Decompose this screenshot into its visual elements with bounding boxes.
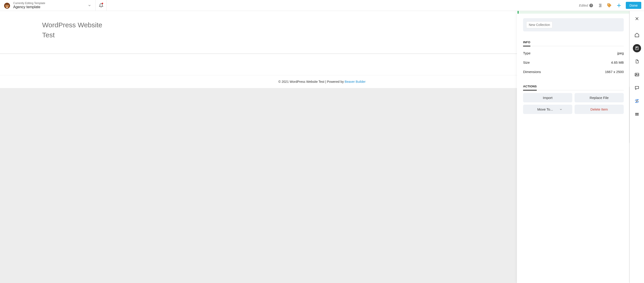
svg-point-4: [6, 5, 6, 5]
info-row-size: Size 4.65 MB: [523, 58, 624, 67]
svg-point-23: [636, 113, 637, 114]
delete-item-button[interactable]: Delete Item: [574, 105, 624, 114]
svg-point-25: [635, 115, 636, 115]
actions-section-header: ACTIONS: [523, 82, 537, 90]
move-to-button[interactable]: Move To...: [523, 105, 572, 114]
notifications-dot-icon: [102, 3, 103, 4]
svg-point-24: [638, 113, 638, 114]
editing-label: Currently Editing Template: [13, 1, 84, 5]
info-row-type: Type jpeg: [523, 48, 624, 58]
chat-icon[interactable]: [633, 84, 641, 92]
svg-point-22: [635, 113, 636, 114]
document-icon[interactable]: [633, 57, 641, 65]
collection-chip[interactable]: New Collection: [526, 21, 552, 28]
topbar-title-block: Currently Editing Template Agency templa…: [0, 0, 96, 11]
svg-point-21: [636, 100, 638, 102]
beaver-logo-icon: [3, 1, 11, 9]
details-panel: Item imported! New Collection INFO Type …: [517, 0, 630, 283]
import-button[interactable]: Import: [523, 93, 572, 102]
info-row-dimensions: Dimensions 1667 x 2500: [523, 67, 624, 76]
info-section-header: INFO: [523, 38, 530, 46]
apps-icon[interactable]: [633, 110, 641, 118]
topbar: Currently Editing Template Agency templa…: [0, 0, 644, 11]
notifications-button[interactable]: [96, 0, 106, 11]
done-button[interactable]: Done: [626, 2, 641, 9]
collections-box: New Collection: [523, 18, 624, 31]
image-icon[interactable]: [633, 70, 641, 79]
chevron-down-icon: [559, 108, 562, 111]
template-dropdown[interactable]: [87, 4, 92, 7]
svg-point-13: [608, 4, 609, 5]
add-button[interactable]: [616, 3, 622, 8]
template-name: Agency template: [13, 5, 84, 9]
home-icon[interactable]: [633, 31, 641, 39]
footer-link[interactable]: Beaver Builder: [345, 80, 366, 83]
svg-point-5: [8, 5, 8, 5]
close-panel-button[interactable]: [633, 14, 641, 23]
outline-icon[interactable]: [597, 3, 602, 8]
svg-rect-6: [6, 7, 8, 8]
library-icon[interactable]: [633, 44, 641, 52]
sync-icon[interactable]: [633, 97, 641, 105]
help-icon[interactable]: ?: [589, 4, 593, 7]
svg-point-26: [636, 115, 637, 115]
svg-point-27: [638, 115, 638, 115]
sidebar-rail: [630, 11, 644, 283]
replace-file-button[interactable]: Replace File: [574, 93, 624, 102]
edited-status: Edited ?: [579, 4, 593, 7]
tag-icon[interactable]: [607, 3, 612, 8]
